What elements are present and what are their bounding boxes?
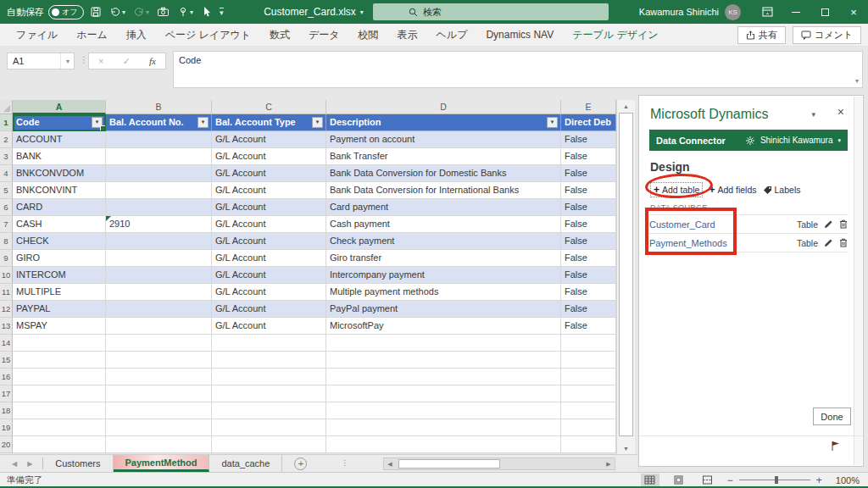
sheet-cell[interactable]: BNKCONVINT xyxy=(13,182,106,199)
table-header-cell[interactable]: Bal. Account No.▼ xyxy=(106,114,212,131)
zoom-out-button[interactable]: − xyxy=(727,474,733,486)
sheet-cell[interactable]: False xyxy=(561,301,616,318)
ribbon-tab[interactable]: テーブル デザイン xyxy=(563,24,667,47)
row-header[interactable]: 13 xyxy=(0,318,13,335)
sheet-cell[interactable] xyxy=(106,385,212,402)
vertical-scrollbar[interactable]: ▲ ▼ xyxy=(616,100,635,454)
sheet-cell[interactable]: G/L Account xyxy=(212,301,326,318)
row-header[interactable]: 10 xyxy=(0,267,13,284)
sheet-cell[interactable] xyxy=(106,369,212,385)
sheet-cell[interactable]: BNKCONVDOM xyxy=(13,165,106,182)
row-header[interactable]: 9 xyxy=(0,250,13,267)
sheet-cell[interactable] xyxy=(561,436,616,453)
zoom-slider[interactable] xyxy=(739,480,810,480)
sheet-cell[interactable]: G/L Account xyxy=(212,284,326,301)
row-header[interactable]: 6 xyxy=(0,199,13,216)
ribbon-tab[interactable]: 校閲 xyxy=(349,24,388,47)
row-header[interactable]: 20 xyxy=(0,436,13,453)
sheet-cell[interactable]: Cash payment xyxy=(326,216,561,233)
sheet-cell[interactable] xyxy=(106,335,212,352)
avatar[interactable]: KS xyxy=(725,4,741,20)
sheet-cell[interactable]: Giro transfer xyxy=(326,250,561,267)
sheet-cell[interactable] xyxy=(561,369,616,385)
row-header[interactable]: 4 xyxy=(0,165,13,182)
sheet-cell[interactable] xyxy=(106,233,212,250)
ribbon-display-options-button[interactable] xyxy=(753,0,782,24)
filter-dropdown-button[interactable]: ▼ xyxy=(92,117,103,128)
sheet-cell[interactable]: False xyxy=(561,284,616,301)
next-sheet-icon[interactable]: ▶ xyxy=(27,460,32,468)
sheet-cell[interactable] xyxy=(212,369,326,385)
sheet-cell[interactable] xyxy=(106,352,212,369)
table-header-cell[interactable]: Description▼ xyxy=(326,114,561,131)
scroll-left-icon[interactable]: ◀ xyxy=(384,461,396,468)
select-cursor-button[interactable] xyxy=(201,6,212,18)
sheet-cell[interactable]: G/L Account xyxy=(212,250,326,267)
horizontal-scrollbar-thumb[interactable] xyxy=(398,459,500,469)
sheet-cell[interactable] xyxy=(106,182,212,199)
add-fields-button[interactable]: + Add fields xyxy=(709,184,756,196)
delete-trash-icon[interactable] xyxy=(839,219,848,229)
row-header[interactable]: 16 xyxy=(0,369,13,385)
sheet-cell[interactable]: CASH xyxy=(13,216,106,233)
sheet-cell[interactable] xyxy=(326,419,561,436)
row-header[interactable]: 15 xyxy=(0,352,13,369)
sheet-cell[interactable]: G/L Account xyxy=(212,165,326,182)
sheet-cell[interactable]: Payment on account xyxy=(326,131,561,148)
zoom-slider-thumb[interactable] xyxy=(775,476,778,484)
add-table-button[interactable]: + Add table xyxy=(650,182,703,197)
table-header-cell[interactable]: Direct Deb xyxy=(561,114,616,131)
sheet-cell[interactable] xyxy=(212,436,326,453)
sheet-cell[interactable] xyxy=(106,199,212,216)
sheet-cell[interactable] xyxy=(212,335,326,352)
sheet-cell[interactable]: False xyxy=(561,199,616,216)
sheet-cell[interactable]: GIRO xyxy=(13,250,106,267)
autosave-pill[interactable]: オフ xyxy=(48,5,84,19)
row-header[interactable]: 3 xyxy=(0,148,13,165)
minimize-button[interactable] xyxy=(782,0,810,24)
confirm-entry-button[interactable]: ✓ xyxy=(123,56,131,67)
customize-qat-button[interactable]: ▾ xyxy=(220,8,224,17)
sheet-cell[interactable]: False xyxy=(561,267,616,284)
zoom-level[interactable]: 100% xyxy=(836,475,860,485)
pane-close-icon[interactable]: × xyxy=(837,105,844,119)
search-input[interactable]: 検索 xyxy=(373,3,609,20)
document-title[interactable]: Customer_Card.xlsx ▾ xyxy=(246,0,381,24)
user-name[interactable]: Kawamura Shinichi xyxy=(639,7,719,17)
edit-pencil-icon[interactable] xyxy=(824,219,833,229)
sheet-cell[interactable] xyxy=(13,369,106,385)
sheet-cell[interactable]: False xyxy=(561,216,616,233)
ribbon-tab[interactable]: ヘルプ xyxy=(427,24,477,47)
sheet-cell[interactable] xyxy=(106,419,212,436)
zoom-in-button[interactable]: + xyxy=(816,474,822,486)
select-all-button[interactable] xyxy=(0,100,13,114)
sheet-cell[interactable] xyxy=(326,352,561,369)
page-layout-view-button[interactable] xyxy=(670,474,688,486)
tab-scroll-splitter[interactable]: ⋮ xyxy=(341,458,348,472)
sheet-cell[interactable] xyxy=(106,267,212,284)
sheet-cell[interactable] xyxy=(106,148,212,165)
data-source-link[interactable]: Payment_Methods xyxy=(649,238,727,248)
row-header[interactable]: 19 xyxy=(0,419,13,436)
row-header[interactable]: 17 xyxy=(0,385,13,402)
column-header-c[interactable]: C xyxy=(212,100,326,114)
sheet-cell[interactable] xyxy=(106,318,212,335)
sheet-cell[interactable]: CHECK xyxy=(13,233,106,250)
sheet-cell[interactable]: 2910 xyxy=(106,216,212,233)
sheet-cell[interactable] xyxy=(106,284,212,301)
sheet-cell[interactable] xyxy=(106,436,212,453)
row-header[interactable]: 14 xyxy=(0,335,13,352)
new-sheet-button[interactable]: + xyxy=(294,458,307,470)
sheet-cell[interactable] xyxy=(212,385,326,402)
row-header[interactable]: 11 xyxy=(0,284,13,301)
sheet-cell[interactable] xyxy=(326,369,561,385)
sheet-cell[interactable] xyxy=(13,385,106,402)
sheet-cell[interactable]: MULTIPLE xyxy=(13,284,106,301)
save-button[interactable] xyxy=(90,6,102,18)
table-header-cell[interactable]: Code▼ xyxy=(13,114,106,131)
ribbon-tab[interactable]: 挿入 xyxy=(117,24,156,47)
camera-button[interactable] xyxy=(157,6,170,18)
ribbon-tab[interactable]: 表示 xyxy=(388,24,427,47)
sheet-cell[interactable]: MSPAY xyxy=(13,318,106,335)
pane-options-icon[interactable]: ▾ xyxy=(811,110,815,119)
